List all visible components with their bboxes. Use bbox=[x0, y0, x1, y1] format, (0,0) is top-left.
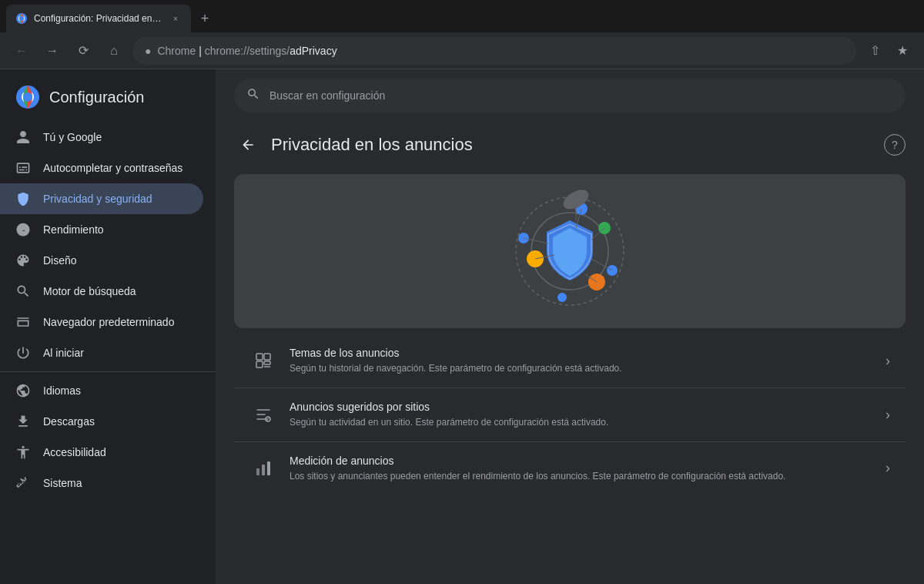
tab-close-button[interactable]: × bbox=[169, 12, 182, 25]
power-icon bbox=[15, 345, 31, 361]
sidebar-label-rendimiento: Rendimiento bbox=[43, 223, 104, 236]
sidebar-header: Configuración bbox=[0, 76, 216, 122]
tab-bar: Configuración: Privacidad en l... × + bbox=[0, 0, 924, 32]
palette-icon bbox=[15, 253, 31, 268]
settings-text-temas: Temas de los anuncios Según tu historial… bbox=[290, 347, 873, 375]
sidebar-item-rendimiento[interactable]: Rendimiento bbox=[0, 214, 203, 245]
chrome-logo bbox=[15, 85, 40, 109]
chevron-right-icon: › bbox=[886, 353, 890, 369]
sidebar-label-idiomas: Idiomas bbox=[43, 384, 81, 397]
sidebar-item-tu-google[interactable]: Tú y Google bbox=[0, 122, 203, 153]
page-content: Privacidad en los anuncios ? bbox=[216, 122, 924, 584]
download-icon bbox=[15, 414, 31, 429]
main-area: Configuración Tú y Google Autocompletar … bbox=[0, 69, 924, 584]
sidebar-item-idiomas[interactable]: Idiomas bbox=[0, 375, 203, 406]
settings-label-temas: Temas de los anuncios bbox=[290, 347, 873, 359]
address-bar: ← → ⟳ ⌂ ● Chrome | chrome://settings/adP… bbox=[0, 32, 924, 69]
active-tab[interactable]: Configuración: Privacidad en l... × bbox=[6, 5, 191, 32]
settings-item-medicion[interactable]: Medición de anuncios Los sitios y anunci… bbox=[234, 442, 906, 495]
settings-label-sugeridos: Anuncios sugeridos por sitios bbox=[290, 401, 873, 413]
sidebar-item-diseno[interactable]: Diseño bbox=[0, 245, 203, 276]
svg-rect-23 bbox=[256, 354, 263, 360]
sidebar-label-privacidad: Privacidad y seguridad bbox=[43, 193, 152, 205]
sidebar-label-tu-google: Tú y Google bbox=[43, 131, 102, 143]
bookmark-button[interactable]: ★ bbox=[890, 39, 915, 63]
sidebar-label-motor-busqueda: Motor de búsqueda bbox=[43, 285, 136, 297]
tab-title: Configuración: Privacidad en l... bbox=[34, 13, 163, 24]
speed-icon bbox=[15, 222, 31, 237]
url-text: Chrome | chrome://settings/adPrivacy bbox=[157, 45, 844, 57]
sidebar-divider bbox=[0, 371, 216, 372]
url-brand: Chrome bbox=[157, 45, 196, 57]
url-path: adPrivacy bbox=[290, 45, 336, 57]
address-actions: ⇧ ★ bbox=[862, 39, 915, 63]
help-button[interactable]: ? bbox=[884, 134, 906, 156]
chevron-right-icon: › bbox=[886, 407, 890, 423]
svg-point-2 bbox=[19, 16, 24, 21]
settings-desc-sugeridos: Según tu actividad en un sitio. Este par… bbox=[290, 416, 873, 429]
settings-desc-temas: Según tu historial de navegación. Este p… bbox=[290, 362, 873, 375]
home-button[interactable]: ⌂ bbox=[102, 39, 126, 63]
svg-rect-29 bbox=[262, 465, 265, 475]
sidebar-item-al-iniciar[interactable]: Al iniciar bbox=[0, 337, 203, 368]
settings-item-sugeridos[interactable]: Anuncios sugeridos por sitios Según tu a… bbox=[234, 388, 906, 442]
page-title: Privacidad en los anuncios bbox=[271, 135, 875, 155]
settings-desc-medicion: Los sitios y anunciantes pueden entender… bbox=[290, 470, 873, 483]
person-icon bbox=[15, 129, 31, 145]
sidebar-label-diseno: Diseño bbox=[43, 254, 77, 267]
hero-illustration bbox=[462, 182, 678, 321]
browser-frame: Configuración: Privacidad en l... × + ← … bbox=[0, 0, 924, 584]
accessibility-icon bbox=[15, 445, 31, 460]
reload-button[interactable]: ⟳ bbox=[71, 39, 95, 63]
sidebar-item-descargas[interactable]: Descargas bbox=[0, 406, 203, 437]
chevron-right-icon: › bbox=[886, 460, 890, 476]
sidebar-label-accesibilidad: Accesibilidad bbox=[43, 446, 106, 458]
content-search bbox=[216, 69, 924, 122]
svg-rect-28 bbox=[256, 468, 259, 475]
tab-favicon bbox=[15, 12, 28, 25]
svg-point-5 bbox=[23, 92, 32, 102]
sidebar-item-privacidad[interactable]: Privacidad y seguridad bbox=[0, 183, 203, 214]
svg-line-19 bbox=[591, 259, 612, 270]
search-icon bbox=[246, 87, 260, 105]
sidebar-item-sistema[interactable]: Sistema bbox=[0, 468, 203, 498]
new-tab-button[interactable]: + bbox=[194, 8, 216, 29]
content-area: Privacidad en los anuncios ? bbox=[216, 69, 924, 584]
forward-nav-button[interactable]: → bbox=[40, 39, 65, 63]
svg-rect-30 bbox=[267, 461, 270, 475]
back-button[interactable] bbox=[234, 131, 262, 159]
svg-rect-24 bbox=[264, 354, 270, 360]
page-header: Privacidad en los anuncios ? bbox=[234, 122, 906, 174]
hero-banner bbox=[234, 174, 906, 328]
url-bar[interactable]: ● Chrome | chrome://settings/adPrivacy bbox=[132, 37, 856, 65]
sidebar-item-accesibilidad[interactable]: Accesibilidad bbox=[0, 437, 203, 468]
svg-rect-25 bbox=[256, 361, 263, 368]
settings-item-temas[interactable]: Temas de los anuncios Según tu historial… bbox=[234, 334, 906, 388]
search-icon bbox=[15, 284, 31, 299]
share-button[interactable]: ⇧ bbox=[862, 39, 887, 63]
globe-icon bbox=[15, 383, 31, 398]
sidebar-item-autocompletar[interactable]: Autocompletar y contraseñas bbox=[0, 153, 203, 183]
sidebar-label-navegador: Navegador predeterminado bbox=[43, 316, 174, 328]
sidebar-label-autocompletar: Autocompletar y contraseñas bbox=[43, 162, 182, 174]
sidebar-item-navegador[interactable]: Navegador predeterminado bbox=[0, 307, 203, 337]
svg-rect-26 bbox=[264, 361, 270, 364]
sidebar-label-sistema: Sistema bbox=[43, 477, 82, 489]
sidebar-title: Configuración bbox=[49, 89, 144, 106]
sidebar-label-descargas: Descargas bbox=[43, 415, 95, 428]
sidebar: Configuración Tú y Google Autocompletar … bbox=[0, 69, 216, 584]
url-prefix: chrome://settings/ bbox=[205, 45, 290, 57]
search-box[interactable] bbox=[234, 79, 906, 112]
sidebar-item-motor-busqueda[interactable]: Motor de búsqueda bbox=[0, 276, 203, 307]
fledge-icon bbox=[249, 401, 277, 428]
settings-list: Temas de los anuncios Según tu historial… bbox=[234, 334, 906, 495]
shield-icon bbox=[15, 191, 31, 206]
badge-icon bbox=[15, 160, 31, 176]
search-input[interactable] bbox=[270, 89, 893, 102]
url-separator: | bbox=[199, 45, 205, 57]
settings-label-medicion: Medición de anuncios bbox=[290, 455, 873, 467]
back-nav-button[interactable]: ← bbox=[9, 39, 34, 63]
topics-icon bbox=[249, 347, 277, 374]
reporting-icon bbox=[249, 455, 277, 482]
sidebar-label-al-iniciar: Al iniciar bbox=[43, 347, 84, 359]
